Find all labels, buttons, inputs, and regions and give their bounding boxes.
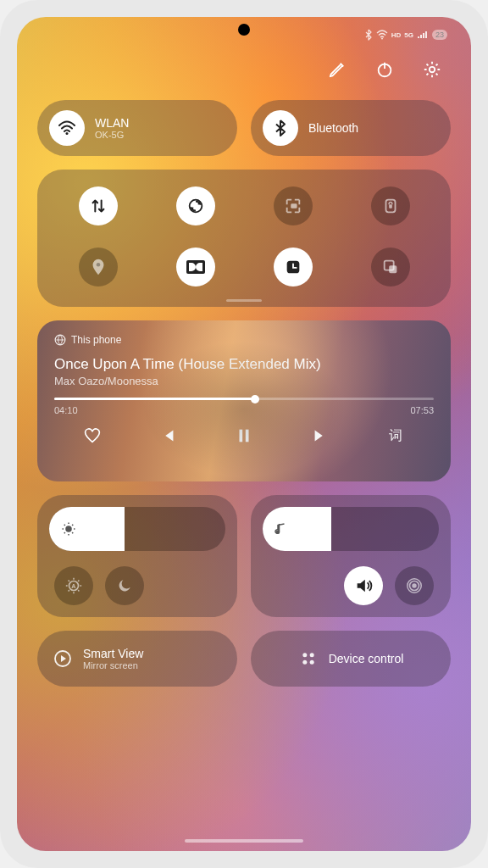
auto-brightness-button[interactable]: A	[54, 566, 93, 605]
svg-rect-6	[291, 203, 297, 209]
phone-frame: HD 5G 23	[0, 0, 488, 868]
wifi-tile[interactable]: WLAN OK-5G	[37, 100, 237, 156]
bottom-row: Smart View Mirror screen Device control	[37, 631, 451, 687]
brightness-slider[interactable]	[49, 507, 225, 551]
svg-point-27	[302, 660, 307, 665]
media-title: Once Upon A Time (House Extended Mix)	[54, 356, 434, 373]
volume-slider[interactable]	[263, 507, 439, 551]
screen: HD 5G 23	[17, 17, 471, 851]
device-control-title: Device control	[329, 652, 404, 665]
brightness-panel: A	[37, 495, 237, 617]
connectivity-row: WLAN OK-5G Bluetooth	[37, 100, 451, 156]
battery-percent: 23	[435, 31, 444, 39]
svg-rect-16	[246, 430, 249, 442]
quick-settings-panel: WLAN OK-5G Bluetooth	[17, 17, 471, 851]
svg-point-17	[65, 526, 72, 532]
svg-point-5	[189, 200, 202, 213]
svg-rect-15	[239, 430, 242, 442]
vibrate-button[interactable]	[395, 566, 434, 605]
device-control-icon	[298, 648, 319, 669]
media-duration: 07:53	[410, 405, 434, 415]
svg-point-4	[66, 132, 69, 135]
edit-button[interactable]	[325, 58, 349, 81]
status-bar: HD 5G 23	[364, 22, 447, 47]
bluetooth-icon	[263, 110, 298, 146]
device-control-tile[interactable]: Device control	[251, 631, 451, 687]
next-button[interactable]	[307, 422, 334, 449]
home-indicator[interactable]	[185, 839, 303, 843]
media-controls: 词	[54, 422, 434, 449]
smart-view-title: Smart View	[83, 647, 143, 660]
wifi-title: WLAN	[95, 116, 129, 130]
grid-expand-handle[interactable]	[226, 299, 262, 302]
toggle-rotation-lock[interactable]	[371, 186, 410, 225]
svg-point-9	[96, 263, 100, 267]
hd-status-icon: HD	[391, 31, 402, 39]
svg-point-28	[309, 660, 313, 665]
battery-status: 23	[432, 30, 447, 40]
cast-icon	[54, 334, 66, 346]
settings-button[interactable]	[420, 58, 444, 81]
toggle-dolby[interactable]	[176, 248, 215, 287]
media-source-label: This phone	[71, 334, 121, 346]
volume-panel	[251, 495, 451, 617]
signal-status-icon	[417, 30, 429, 40]
svg-point-20	[276, 531, 280, 535]
media-artist: Max Oazo/Moonessa	[54, 375, 434, 387]
wifi-status-icon	[376, 30, 388, 40]
svg-rect-13	[389, 265, 396, 273]
wifi-icon	[49, 110, 85, 146]
play-pause-button[interactable]	[230, 422, 258, 449]
sound-button[interactable]	[344, 566, 383, 605]
svg-text:A: A	[71, 582, 76, 590]
media-source[interactable]: This phone	[54, 334, 434, 346]
bluetooth-status-icon	[364, 29, 373, 41]
note-icon	[273, 521, 288, 537]
svg-point-21	[412, 583, 417, 588]
camera-cutout	[238, 24, 250, 36]
dark-mode-button[interactable]	[105, 566, 144, 605]
media-progress[interactable]	[54, 398, 434, 400]
toggle-data-transfer[interactable]	[79, 186, 118, 225]
svg-point-25	[302, 653, 307, 657]
toggle-clock[interactable]	[274, 248, 313, 287]
toggle-sync[interactable]	[176, 186, 215, 225]
bluetooth-title: Bluetooth	[308, 121, 358, 135]
network-status-icon: 5G	[404, 31, 413, 39]
media-player-card: This phone Once Upon A Time (House Exten…	[37, 320, 451, 481]
toggle-screen-record[interactable]	[274, 186, 313, 225]
media-elapsed: 04:10	[54, 405, 78, 415]
power-button[interactable]	[373, 58, 396, 81]
toggles-grid	[37, 170, 451, 307]
svg-point-0	[381, 38, 383, 40]
smart-view-subtitle: Mirror screen	[83, 660, 143, 670]
sun-icon	[61, 521, 76, 537]
svg-point-3	[430, 67, 435, 72]
svg-rect-8	[389, 204, 392, 209]
wifi-subtitle: OK-5G	[95, 130, 129, 140]
svg-point-26	[309, 653, 313, 657]
toggle-location[interactable]	[79, 248, 118, 287]
sliders-row: A	[37, 495, 451, 617]
smart-view-icon	[53, 648, 73, 669]
previous-button[interactable]	[154, 422, 181, 449]
header-actions	[37, 58, 451, 81]
bluetooth-tile[interactable]: Bluetooth	[251, 100, 451, 156]
like-button[interactable]	[79, 422, 106, 449]
toggle-multi-window[interactable]	[371, 248, 410, 287]
lyrics-button[interactable]: 词	[382, 422, 409, 449]
smart-view-tile[interactable]: Smart View Mirror screen	[37, 631, 237, 687]
